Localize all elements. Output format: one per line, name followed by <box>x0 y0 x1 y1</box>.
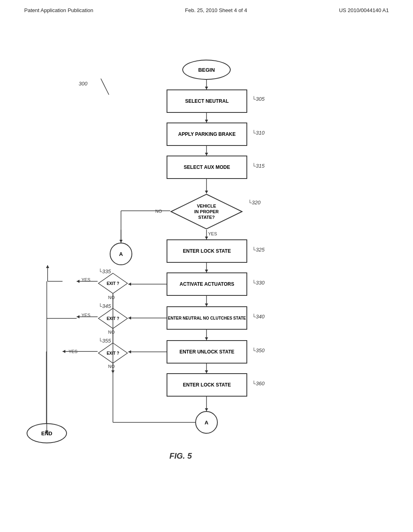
ref-315: └315 <box>252 163 265 169</box>
ref-300-line <box>81 77 113 101</box>
no-label-320: NO <box>155 209 162 214</box>
svg-marker-35 <box>128 283 131 286</box>
select-aux-mode-node: SELECT AUX MODE <box>167 156 247 179</box>
yes-label-320: YES <box>208 231 217 236</box>
svg-marker-5 <box>205 153 208 156</box>
figure-label: FIG. 5 <box>169 451 192 461</box>
svg-marker-27 <box>77 315 79 318</box>
svg-marker-42 <box>46 265 49 268</box>
enter-lock-state-360-node: ENTER LOCK STATE <box>167 373 247 397</box>
ref-320: └320 <box>248 200 261 206</box>
yes-335: YES <box>81 277 90 282</box>
svg-marker-31 <box>63 350 65 353</box>
svg-marker-1 <box>205 87 208 89</box>
ref-355: └355 <box>98 338 111 344</box>
svg-marker-39 <box>128 350 131 353</box>
vehicle-state-diamond: VEHICLEIN PROPERSTATE? <box>170 193 243 230</box>
svg-marker-21 <box>205 408 208 411</box>
svg-line-47 <box>101 79 109 95</box>
svg-marker-53 <box>119 240 123 243</box>
header-left: Patent Application Publication <box>24 7 93 13</box>
select-neutral-node: SELECT NEUTRAL <box>167 89 247 113</box>
begin-node: BEGIN <box>182 60 231 80</box>
connector-a-top: A <box>110 243 132 265</box>
svg-marker-3 <box>205 120 208 123</box>
apply-parking-brake-node: APPLY PARKING BRAKE <box>167 123 247 146</box>
no-335: NO <box>108 295 115 300</box>
enter-neutral-no-clutches-node: ENTER NEUTRAL NO CLUTCHES STATE <box>167 306 247 330</box>
no-345: NO <box>108 330 115 335</box>
yes-355: YES <box>69 349 77 354</box>
end-node: END <box>27 423 67 443</box>
ref-335: └335 <box>98 268 111 274</box>
svg-marker-15 <box>205 303 208 306</box>
connector-a-bottom: A <box>195 411 218 434</box>
enter-unlock-state-node: ENTER UNLOCK STATE <box>167 340 247 364</box>
svg-marker-33 <box>111 370 115 373</box>
svg-marker-19 <box>205 370 208 373</box>
ref-310: └310 <box>252 130 265 136</box>
yes-345: YES <box>81 313 90 318</box>
ref-360: └360 <box>252 380 265 387</box>
svg-marker-13 <box>205 270 208 272</box>
svg-marker-37 <box>128 316 131 320</box>
header-right: US 2010/0044140 A1 <box>339 7 389 13</box>
diagram-area: 300 BEGIN SELECT NEUTRAL └305 APPLY PARK… <box>0 24 413 532</box>
exit-345-diamond: EXIT ? <box>98 308 128 329</box>
exit-335-diamond: EXIT ? <box>98 272 128 294</box>
page-header: Patent Application Publication Feb. 25, … <box>0 0 413 13</box>
no-355: NO <box>108 364 115 369</box>
ref-330: └330 <box>252 280 265 286</box>
svg-marker-23 <box>77 280 79 283</box>
ref-325: └325 <box>252 247 265 253</box>
enter-lock-state-325-node: ENTER LOCK STATE <box>167 239 247 263</box>
header-center: Feb. 25, 2010 Sheet 4 of 4 <box>185 7 247 13</box>
svg-marker-17 <box>205 337 208 340</box>
ref-345: └345 <box>98 303 111 309</box>
ref-340: └340 <box>252 314 265 320</box>
ref-305: └305 <box>252 96 265 102</box>
exit-355-diamond: EXIT ? <box>98 342 128 364</box>
ref-350: └350 <box>252 347 265 353</box>
svg-marker-7 <box>205 191 208 193</box>
svg-marker-9 <box>205 237 208 239</box>
activate-actuators-node: ACTIVATE ACTUATORS <box>167 272 247 296</box>
